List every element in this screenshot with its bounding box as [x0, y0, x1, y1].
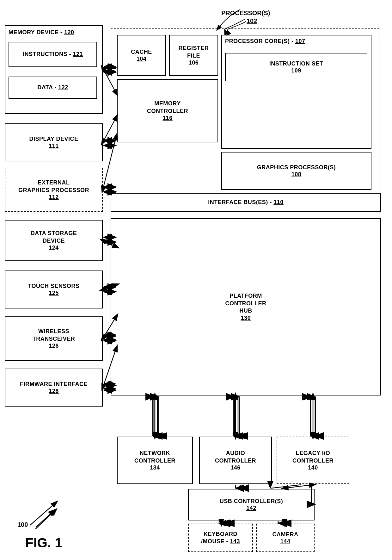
instructions-block: INSTRUCTIONS - 121 [9, 42, 97, 67]
svg-line-81 [35, 509, 57, 529]
cache-block: CACHE 104 [117, 35, 166, 76]
display-device-block: DISPLAY DEVICE 111 [5, 123, 103, 161]
data-storage-block: DATA STORAGEDEVICE 124 [5, 220, 103, 261]
instruction-set-block: INSTRUCTION SET 109 [225, 53, 367, 81]
memory-controller-block: MEMORYCONTROLLER 116 [117, 79, 218, 142]
wireless-transceiver-block: WIRELESSTRANSCEIVER 126 [5, 316, 103, 361]
arrow-memory-ctrl [103, 65, 116, 75]
graphics-processor-block: GRAPHICS PROCESSOR(S) 108 [221, 152, 371, 190]
memory-device-block: MEMORY DEVICE - 120 INSTRUCTIONS - 121 D… [5, 25, 103, 114]
svg-line-15 [30, 503, 55, 525]
touch-sensors-block: TOUCH SENSORS 125 [5, 271, 103, 308]
network-controller-block: NETWORKCONTROLLER 134 [117, 437, 193, 484]
firmware-interface-block: FIRMWARE INTERFACE 128 [5, 369, 103, 407]
interface-bus-block: INTERFACE BUS(ES) - 110 [111, 193, 381, 212]
audio-controller-block: AUDIOCONTROLLER 146 [199, 437, 272, 484]
keyboard-mouse-block: KEYBOARD/MOUSE - 143 [188, 524, 253, 552]
camera-block: CAMERA 144 [256, 524, 315, 552]
svg-line-12 [285, 485, 313, 488]
figure-label: FIG. 1 [25, 535, 62, 551]
svg-line-44 [271, 485, 301, 488]
register-file-block: REGISTERFILE 106 [169, 35, 218, 76]
data-block: DATA - 122 [9, 77, 97, 99]
ext-graphics-block: EXTERNALGRAPHICS PROCESSOR 112 [5, 168, 103, 212]
svg-line-48 [36, 509, 55, 527]
processor-cores-block: PROCESSOR CORE(S) - 107 INSTRUCTION SET … [221, 35, 371, 149]
processor-num: 102 [247, 17, 257, 25]
processor-label: PROCESSOR CORE(S) - PROCESSOR(S) [221, 9, 270, 17]
legacy-io-block: LEGACY I/OCONTROLLER 140 [277, 437, 349, 484]
usb-controller-block: USB CONTROLLER(S) 142 [188, 489, 315, 520]
platform-controller-block: PLATFORMCONTROLLERHUB 130 [111, 218, 381, 395]
system-num: 100 [17, 521, 28, 528]
